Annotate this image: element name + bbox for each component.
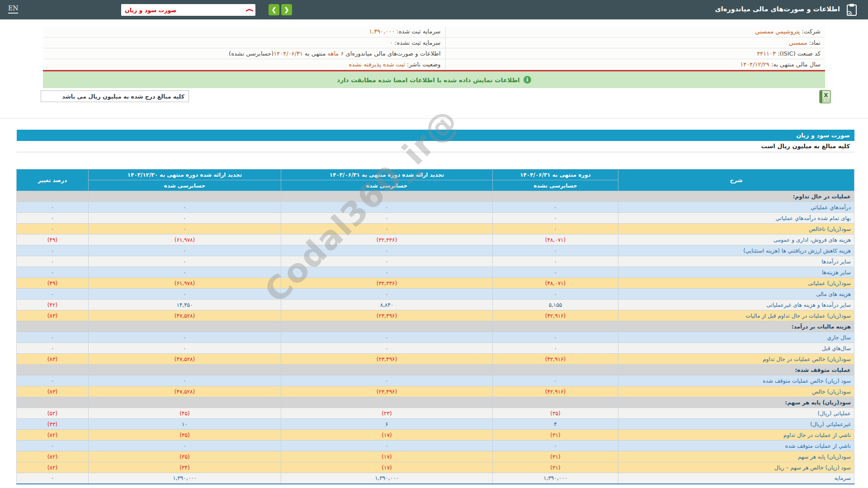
value-current-period [493,191,618,202]
company-info-cell-left: سرمایه ثبت شده: ۱,۳۹۰,۰۰۰ [43,26,445,37]
value-current-period [493,365,618,375]
clipboard-icon [846,4,857,16]
row-label: درآمدهاي عملیاتي [618,202,854,213]
value-current-period: ۰ [493,202,618,213]
row-label: سود(زیان) خالص عملیات در حال تداوم [618,354,854,365]
value-restated-mid-period: ۰ [281,256,493,267]
value-restated-mid-period: ۰ [281,213,493,224]
value-percent-change [17,321,89,332]
amounts-note-text: کلیه مبالغ درج شده به میلیون ریال می باش… [62,93,184,100]
banner-text: اطلاعات نمایش داده شده با اطلاعات امضا ش… [337,76,520,84]
row-label: سود(زیان) پایه هر سهم [618,451,854,462]
value-restated-mid-period: ۶ [281,419,493,430]
value-restated-year-end: (۴۷,۵۲۸) [89,386,281,397]
header-description: شرح [618,169,854,191]
value-restated-year-end: ۰ [89,343,281,354]
value-current-period: ۰ [493,441,618,451]
company-info-cell-right: کد صنعت (ISIC): ۴۴۱۱۰۳ [445,48,825,59]
value-restated-year-end: (۴۷,۵۲۸) [89,354,281,365]
company-info-body: شرکت: پتروشیمي ممسنيسرمایه ثبت شده: ۱,۳۹… [43,26,825,70]
value-percent-change: (۵۲) [17,408,89,419]
info-text: (حسابرسی نشده) [229,50,274,57]
info-value: ممسني [789,39,807,46]
value-percent-change: ۰ [17,202,89,213]
info-label: وضعیت ناشر: [405,61,441,68]
table-row: سود(زیان) خالص عملیات در حال تداوم(۴۲,۹۱… [17,354,854,365]
value-percent-change [17,365,89,375]
value-percent-change: ۰ [17,245,89,256]
value-percent-change: (۴۲) [17,300,89,310]
value-current-period: ۱,۳۹۰,۰۰۰ [493,473,618,484]
value-restated-year-end: ۰ [89,224,281,235]
company-info-table: شرکت: پتروشیمي ممسنيسرمایه ثبت شده: ۱,۳۹… [43,26,825,70]
excel-export-icon[interactable]: X [818,89,832,104]
info-value: ۰ [390,39,393,46]
value-restated-mid-period: (۱۷) [281,451,493,462]
header-audit-status-mid: حسابرسی شده [281,180,493,191]
table-row: بهای تمام شده درآمدهاي عملیاتي۰۰۰۰ [17,213,854,224]
info-text: منتهی به [303,50,328,57]
topbar: اطلاعات و صورت‌های مالی میاندوره‌ای ❯ صو… [0,0,868,19]
value-current-period: ۰ [493,245,618,256]
row-label: عملیاتي (ریال) [618,408,854,419]
value-percent-change: ۰ [17,267,89,278]
value-restated-mid-period: ۰ [281,267,493,278]
chevron-down-icon: ❯ [245,8,254,12]
value-current-period: ۰ [493,213,618,224]
value-restated-mid-period: ۰ [281,289,493,300]
info-highlight: ۶ ماهه [328,50,344,57]
value-current-period: ۰ [493,332,618,343]
table-row: سال‌هاي قبل۰۰۰۰ [17,343,854,354]
value-percent-change: ۰ [17,343,89,354]
value-current-period: ۰ [493,289,618,300]
table-row: سود(زیان) پایه هر سهم: [17,397,854,408]
value-restated-mid-period: ۰ [281,224,493,235]
table-row: سود(زیان) عملیات در حال تداوم قبل از مال… [17,310,854,321]
table-row: سود(زیان) خالص(۴۲,۹۱۶)(۲۳,۴۹۶)(۴۷,۵۲۸)(۸… [17,386,854,397]
value-restated-year-end: ۱۰ [89,419,281,430]
prev-statement-button[interactable]: ❮ [281,4,292,15]
statement-title-bar: صورت سود و زیان [17,130,854,141]
row-label: سود (زیان) خالص هر سهم – ریال [618,462,854,473]
value-current-period: (۴۸,۰۷۱) [493,278,618,289]
value-current-period: ۵,۱۵۵ [493,300,618,310]
row-label: عملیات متوقف شده: [618,365,854,375]
value-percent-change: ۰ [17,224,89,235]
row-label: هزینه مالیات بر درآمد: [618,321,854,332]
table-row: هزینه کاهش ارزش دریافتني ها (هزینه استثن… [17,245,854,256]
row-label: عملیات در حال تداوم: [618,191,854,202]
value-restated-year-end: ۰ [89,289,281,300]
section-separator [0,118,868,119]
row-label: سود(زیان) پایه هر سهم: [618,397,854,408]
company-info-row: نماد: ممسنيسرمایه ثبت نشده: ۰ [43,37,825,48]
value-restated-mid-period: (۳۲,۳۳۶) [281,278,493,289]
row-label: سود (زیان) خالص عملیات متوقف شده [618,375,854,386]
table-row: هزینه مالیات بر درآمد: [17,321,854,332]
table-row: سایر درآمدها۰۰۰۰ [17,256,854,267]
value-percent-change: ۰ [17,441,89,451]
row-label: غیرعملیاتي (ریال) [618,419,854,430]
next-statement-button[interactable]: ❯ [269,4,279,15]
info-label: سرمایه ثبت شده: [395,28,440,35]
value-restated-mid-period: ۸,۸۴۰ [281,300,493,310]
value-current-period: (۳۱) [493,451,618,462]
info-value: پتروشیمي ممسني [755,28,800,35]
table-row: ناشي از عملیات در حال تداوم(۳۱)(۱۷)(۳۵)(… [17,430,854,441]
value-restated-mid-period: (۳۲,۳۳۶) [281,235,493,245]
header-period-restated-year: تجدید ارائه شده دوره منتهی به ۱۴۰۳/۱۲/۳۰ [89,169,281,180]
company-info-cell-right: نماد: ممسني [445,37,825,48]
table-row: سرمایه۱,۳۹۰,۰۰۰۱,۳۹۰,۰۰۰۱,۳۹۰,۰۰۰۰ [17,473,854,484]
language-toggle-en[interactable]: EN [8,5,18,14]
value-restated-year-end: ۰ [89,332,281,343]
row-label: سال‌هاي قبل [618,343,854,354]
row-label: سرمایه [618,473,854,484]
statement-select-dropdown[interactable]: ❯ صورت سود و زیان [121,4,255,16]
value-percent-change: ۰ [17,213,89,224]
table-row: غیرعملیاتي (ریال)۴۶۱۰(۳۳) [17,419,854,430]
page-title: اطلاعات و صورت‌های مالی میاندوره‌ای [715,5,840,13]
info-highlight: ۱۴۰۴/۰۶/۳۱ [274,50,303,57]
row-label: هزینه کاهش ارزش دریافتني ها (هزینه استثن… [618,245,854,256]
value-restated-mid-period: ۰ [281,375,493,386]
value-restated-year-end [89,191,281,202]
row-label: سود(زیان) عملیات در حال تداوم قبل از مال… [618,310,854,321]
